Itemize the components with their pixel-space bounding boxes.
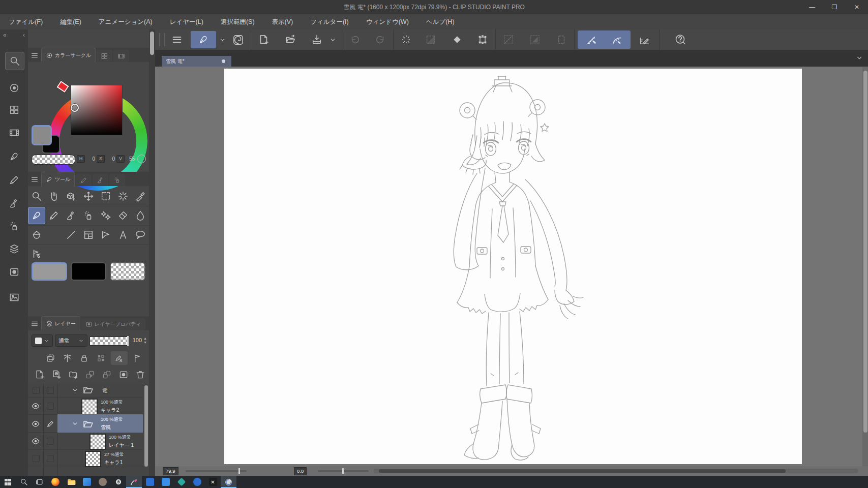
color-panel-menu-icon[interactable] — [28, 49, 41, 62]
dock-tool-property-button[interactable] — [5, 195, 23, 212]
clip-studio-button[interactable] — [228, 31, 248, 48]
edit-checkbox[interactable] — [47, 455, 54, 462]
collapse-chevron-icon[interactable] — [72, 387, 78, 393]
dock-back-icon[interactable]: ‹ — [23, 32, 25, 39]
taskbar-photos-button[interactable] — [79, 476, 95, 488]
taskbar-settings-button[interactable] — [110, 476, 126, 488]
blend-mode-dropdown[interactable]: 通常 — [55, 334, 87, 347]
opacity-value[interactable]: 100 — [130, 337, 142, 343]
hue-marker[interactable] — [56, 81, 69, 93]
rotation-slider-knob[interactable] — [342, 468, 344, 474]
selection-fill-button[interactable] — [525, 31, 545, 48]
snap-to-guide-button[interactable] — [635, 31, 654, 48]
save-file-button[interactable] — [307, 31, 326, 48]
minimize-button[interactable]: — — [801, 0, 823, 14]
hue-value[interactable]: 0 — [86, 156, 95, 162]
zoom-tool[interactable] — [28, 188, 45, 205]
lock-transparent-pixels-button[interactable] — [93, 351, 109, 365]
color-mix-icon[interactable] — [137, 155, 146, 163]
blend-tool[interactable] — [132, 207, 149, 224]
save-chevron[interactable] — [326, 31, 339, 48]
selection-pen-button[interactable] — [499, 31, 518, 48]
dock-navigator-button[interactable] — [5, 289, 23, 306]
transform-button[interactable] — [473, 31, 492, 48]
visibility-checkbox[interactable] — [33, 455, 40, 462]
clip-to-layer-below-button[interactable] — [42, 351, 59, 365]
task-view-button[interactable] — [32, 476, 47, 488]
sv-cursor[interactable] — [71, 104, 79, 112]
menu-view[interactable]: 表示(V) — [263, 14, 302, 29]
snap-to-ruler-button[interactable] — [579, 31, 604, 48]
zoom-value[interactable]: 79.9 — [163, 467, 178, 475]
layer-panel-menu-icon[interactable] — [28, 317, 41, 330]
correct-line-tool[interactable] — [28, 246, 45, 263]
new-folder-button[interactable] — [65, 368, 81, 382]
layer-row-selected[interactable]: 100 %通常 雪風 — [28, 415, 143, 433]
opacity-slider[interactable] — [89, 337, 129, 346]
tab-color-set[interactable] — [97, 50, 112, 62]
tab-list-chevron[interactable] — [856, 54, 863, 64]
delete-layer-button[interactable] — [132, 368, 148, 382]
main-color-swatch[interactable] — [32, 262, 67, 281]
eyedropper-tool[interactable] — [132, 188, 149, 205]
airbrush-tool[interactable] — [80, 207, 97, 224]
menu-layer[interactable]: レイヤー(L) — [161, 14, 212, 29]
tab-sub-tool[interactable] — [76, 174, 92, 186]
rotation-value[interactable]: 0.0 — [294, 467, 307, 475]
zoom-slider[interactable] — [186, 470, 247, 472]
frame-border-tool[interactable] — [80, 226, 97, 243]
saturation-value-square[interactable] — [71, 85, 122, 135]
rotation-slider[interactable] — [318, 470, 369, 472]
tab-color-slider[interactable] — [113, 50, 129, 62]
taskbar-app-blue1-button[interactable] — [142, 476, 158, 488]
main-menu-button[interactable] — [167, 31, 187, 48]
dock-color-circle-button[interactable] — [5, 79, 23, 97]
layer-row-folder[interactable]: 電 — [28, 384, 143, 398]
tool-panel-menu-icon[interactable] — [28, 173, 41, 186]
gradient-tool[interactable] — [45, 226, 63, 243]
taskbar-firefox-button[interactable] — [47, 476, 63, 488]
taskbar-search-button[interactable] — [16, 476, 32, 488]
menu-animation[interactable]: アニメーション(A) — [90, 14, 161, 29]
transparent-swatch[interactable] — [110, 262, 145, 281]
canvas-area[interactable] — [155, 67, 868, 466]
close-button[interactable]: ✕ — [846, 0, 868, 14]
pencil-tool[interactable] — [45, 207, 63, 224]
menu-filter[interactable]: フィルター(I) — [302, 14, 357, 29]
dock-layer-button[interactable] — [5, 240, 23, 258]
balloon-tool[interactable] — [132, 226, 149, 243]
dock-quick-access-button[interactable] — [5, 52, 24, 70]
collapse-chevron-icon[interactable] — [72, 420, 78, 427]
value-value[interactable]: 55 — [126, 156, 135, 162]
tab-brush-shape[interactable] — [109, 174, 125, 186]
undo-button[interactable] — [345, 31, 365, 48]
taskbar-clip-studio-launcher-button[interactable] — [221, 476, 236, 488]
tool-switch-chevron[interactable] — [216, 31, 228, 48]
dock-color-set-button[interactable] — [5, 101, 23, 118]
pen-tool[interactable] — [28, 207, 45, 224]
current-tool-button[interactable] — [191, 31, 216, 48]
reference-layer-button[interactable] — [59, 351, 76, 365]
open-file-button[interactable] — [281, 31, 300, 48]
draft-layer-button[interactable] — [111, 351, 128, 365]
start-button[interactable] — [0, 476, 16, 488]
dock-brush-size-button[interactable] — [5, 218, 23, 235]
canvas-vertical-scrollbar[interactable] — [862, 67, 868, 466]
selection-tool[interactable] — [97, 188, 114, 205]
menu-edit[interactable]: 編集(E) — [51, 14, 90, 29]
layer-thumbnail[interactable] — [81, 399, 98, 415]
auto-select-tool[interactable] — [114, 188, 132, 205]
tab-layer[interactable]: レイヤー — [41, 316, 80, 330]
tab-layer-property[interactable]: レイヤープロパティ — [81, 318, 145, 330]
taskbar-clip-studio-button[interactable] — [126, 476, 142, 488]
menu-help[interactable]: ヘルプ(H) — [417, 14, 463, 29]
dock-tool-button[interactable] — [5, 148, 23, 165]
layer-filter-dropdown[interactable] — [32, 334, 53, 347]
layer-thumbnail[interactable] — [85, 451, 101, 467]
panel-scrollbar[interactable] — [150, 32, 154, 55]
title-bar[interactable]: 雪風 電* (1600 x 1200px 72dpi 79.9%) - CLIP… — [0, 0, 868, 14]
tab-color-circle[interactable]: カラーサークル — [41, 48, 96, 62]
visibility-checkbox[interactable] — [33, 387, 40, 394]
menu-window[interactable]: ウィンドウ(W) — [357, 14, 417, 29]
fill-selection-button[interactable] — [447, 31, 467, 48]
